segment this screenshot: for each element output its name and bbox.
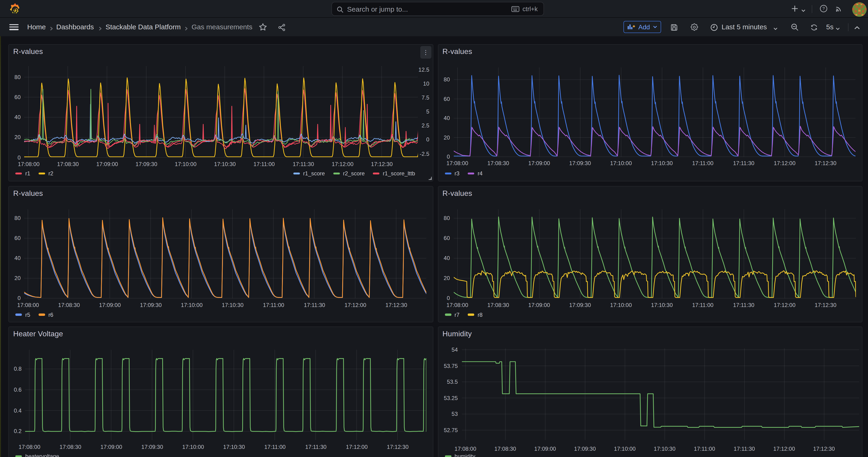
svg-text:?: ? xyxy=(822,6,825,11)
